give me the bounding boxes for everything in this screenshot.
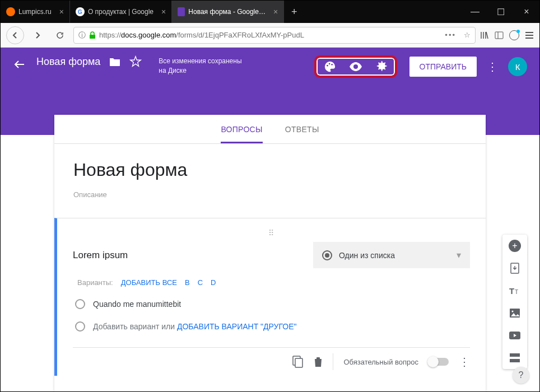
- send-button[interactable]: ОТПРАВИТЬ: [409, 57, 477, 77]
- required-label: Обязательный вопрос: [343, 358, 418, 366]
- form-tabs: ВОПРОСЫ ОТВЕТЫ: [54, 115, 486, 144]
- menu-icon[interactable]: [525, 31, 534, 39]
- url-text: https://docs.google.com/forms/d/1EjqPFaX…: [99, 31, 304, 39]
- radio-icon: [75, 299, 85, 309]
- form-title-area: Новая форма: [36, 55, 142, 68]
- svg-point-7: [328, 63, 330, 65]
- svg-rect-20: [510, 359, 520, 362]
- variant-c[interactable]: C: [198, 278, 203, 287]
- tab-title: О продуктах | Google: [88, 8, 153, 16]
- folder-icon[interactable]: [109, 57, 120, 67]
- close-icon[interactable]: ×: [273, 7, 278, 16]
- back-arrow-icon[interactable]: [13, 58, 26, 71]
- content-area: ВОПРОСЫ ОТВЕТЫ Новая форма Описание ⠿ Lo…: [1, 115, 539, 391]
- add-all-link[interactable]: ДОБАВИТЬ ВСЕ: [121, 278, 177, 287]
- page-actions[interactable]: •••: [445, 31, 456, 39]
- add-title-button[interactable]: TT: [508, 284, 522, 297]
- add-section-button[interactable]: [508, 351, 522, 365]
- title-section: Новая форма Описание: [54, 144, 486, 210]
- question-card[interactable]: ⠿ Lorem ipsum Один из списка ▾ Варианты:…: [54, 218, 486, 376]
- add-question-button[interactable]: +: [508, 239, 522, 253]
- lock-icon: [89, 31, 96, 39]
- add-other-link[interactable]: ДОБАВИТЬ ВАРИАНТ "ДРУГОЕ": [177, 322, 297, 331]
- svg-point-8: [331, 64, 333, 66]
- preview-icon[interactable]: [349, 60, 362, 73]
- svg-point-6: [327, 65, 328, 67]
- radio-icon: [75, 321, 85, 332]
- add-video-button[interactable]: [508, 329, 522, 342]
- form-title-input[interactable]: Новая форма: [73, 160, 467, 180]
- help-button[interactable]: ?: [513, 367, 529, 384]
- option-row-1[interactable]: Quando me manumittebit: [73, 299, 470, 309]
- drag-handle-icon[interactable]: ⠿: [73, 228, 470, 237]
- svg-rect-0: [90, 35, 95, 39]
- question-more-icon[interactable]: ⋮: [459, 355, 470, 368]
- svg-point-17: [512, 311, 514, 312]
- form-card: ВОПРОСЫ ОТВЕТЫ Новая форма Описание ⠿ Lo…: [54, 115, 486, 391]
- variants-label: Варианты:: [77, 278, 113, 287]
- favicon: G: [76, 7, 85, 16]
- svg-rect-1: [495, 32, 503, 39]
- svg-point-9: [353, 64, 358, 69]
- star-icon[interactable]: [129, 55, 142, 68]
- chevron-down-icon: ▾: [457, 250, 461, 260]
- radio-icon: [322, 250, 332, 260]
- question-title-input[interactable]: Lorem ipsum: [73, 250, 302, 261]
- svg-rect-12: [295, 358, 302, 367]
- tab-title: Новая форма - Google Формы: [188, 8, 266, 16]
- variant-b[interactable]: B: [185, 278, 190, 287]
- form-name[interactable]: Новая форма: [36, 56, 100, 68]
- save-status: Все изменения сохранены на Диске: [159, 57, 241, 76]
- add-option-text[interactable]: Добавить вариант или ДОБАВИТЬ ВАРИАНТ "Д…: [93, 322, 296, 331]
- browser-tab-1[interactable]: Lumpics.ru ×: [1, 1, 70, 23]
- variants-row: Варианты: ДОБАВИТЬ ВСЕ B C D: [73, 278, 470, 287]
- question-type-dropdown[interactable]: Один из списка ▾: [313, 242, 470, 268]
- svg-text:T: T: [509, 286, 514, 295]
- browser-tab-3-active[interactable]: Новая форма - Google Формы ×: [172, 1, 284, 23]
- option-text[interactable]: Quando me manumittebit: [93, 300, 181, 309]
- delete-icon[interactable]: [314, 356, 323, 367]
- forward-button[interactable]: [29, 26, 46, 44]
- question-type-label: Один из списка: [339, 251, 450, 260]
- variant-d[interactable]: D: [211, 278, 216, 287]
- close-window-button[interactable]: ×: [514, 1, 539, 23]
- info-icon[interactable]: ⓘ: [78, 30, 86, 40]
- more-menu-icon[interactable]: ⋮: [487, 60, 498, 73]
- avatar[interactable]: К: [508, 57, 527, 76]
- bookmark-star-icon[interactable]: ☆: [464, 31, 471, 39]
- highlighted-tools: [314, 55, 397, 78]
- add-option-row[interactable]: Добавить вариант или ДОБАВИТЬ ВАРИАНТ "Д…: [73, 321, 470, 332]
- extension-icon[interactable]: [509, 30, 519, 40]
- side-toolbar: + TT: [502, 235, 527, 369]
- browser-urlbar: ⓘ https://docs.google.com/forms/d/1EjqPF…: [1, 23, 539, 48]
- new-tab-button[interactable]: +: [284, 1, 304, 23]
- import-questions-button[interactable]: [508, 262, 522, 275]
- header-actions: ОТПРАВИТЬ ⋮ К: [314, 55, 527, 78]
- maximize-button[interactable]: ☐: [488, 1, 514, 23]
- browser-titlebar: Lumpics.ru × G О продуктах | Google × Но…: [1, 1, 539, 23]
- reload-button[interactable]: [51, 26, 69, 44]
- favicon: [6, 7, 15, 16]
- duplicate-icon[interactable]: [292, 356, 304, 368]
- form-description-input[interactable]: Описание: [73, 190, 467, 199]
- minimize-button[interactable]: —: [462, 1, 488, 23]
- palette-icon[interactable]: [323, 60, 337, 73]
- settings-icon[interactable]: [375, 60, 388, 73]
- required-toggle[interactable]: [429, 358, 449, 366]
- close-icon[interactable]: ×: [59, 7, 64, 16]
- divider: [333, 353, 333, 370]
- favicon: [178, 7, 185, 16]
- sidebar-icon[interactable]: [495, 31, 504, 40]
- tab-answers[interactable]: ОТВЕТЫ: [285, 125, 319, 143]
- tab-title: Lumpics.ru: [18, 8, 52, 16]
- question-footer: Обязательный вопрос ⋮: [73, 347, 470, 376]
- browser-tab-2[interactable]: G О продуктах | Google ×: [70, 1, 172, 23]
- close-icon[interactable]: ×: [161, 7, 166, 16]
- library-icon[interactable]: [480, 31, 489, 40]
- address-bar[interactable]: ⓘ https://docs.google.com/forms/d/1EjqPF…: [73, 27, 476, 44]
- back-button[interactable]: [6, 26, 24, 44]
- tab-questions[interactable]: ВОПРОСЫ: [221, 125, 262, 143]
- window-controls: — ☐ ×: [462, 1, 539, 23]
- add-image-button[interactable]: [508, 306, 522, 320]
- svg-rect-19: [510, 353, 520, 357]
